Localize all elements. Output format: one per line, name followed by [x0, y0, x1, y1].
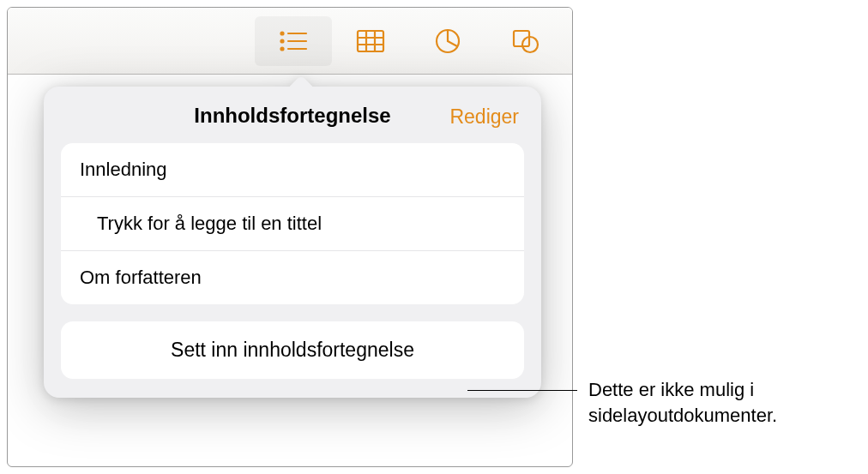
toolbar — [8, 8, 572, 75]
shape-icon — [507, 26, 543, 57]
chart-icon — [430, 26, 466, 57]
svg-rect-6 — [358, 31, 383, 51]
svg-point-0 — [280, 31, 284, 35]
toolbar-list-button[interactable] — [255, 16, 332, 66]
app-window: Innholdsfortegnelse Rediger Innledning T… — [7, 7, 573, 467]
toc-item[interactable]: Om forfatteren — [61, 251, 524, 304]
toolbar-table-button[interactable] — [332, 16, 409, 66]
toolbar-chart-button[interactable] — [409, 16, 486, 66]
toc-list: Innledning Trykk for å legge til en titt… — [61, 143, 524, 304]
toc-item[interactable]: Innledning — [61, 143, 524, 197]
edit-button[interactable]: Rediger — [449, 105, 519, 129]
insert-toc-button[interactable]: Sett inn innholdsfortegnelse — [61, 321, 524, 379]
list-icon — [275, 26, 311, 57]
toc-popover: Innholdsfortegnelse Rediger Innledning T… — [44, 87, 541, 398]
svg-point-2 — [280, 39, 284, 43]
callout-leader-line — [467, 390, 577, 391]
popover-title: Innholdsfortegnelse — [194, 104, 390, 128]
svg-point-4 — [280, 46, 284, 51]
callout-text: Dette er ikke mulig i sidelayoutdokument… — [588, 377, 854, 428]
toc-item[interactable]: Trykk for å legge til en tittel — [61, 197, 524, 251]
popover-header: Innholdsfortegnelse Rediger — [61, 104, 524, 128]
popover-arrow — [286, 73, 316, 88]
insert-toc-card: Sett inn innholdsfortegnelse — [61, 321, 524, 379]
table-icon — [353, 26, 389, 57]
toolbar-shape-button[interactable] — [486, 16, 564, 66]
